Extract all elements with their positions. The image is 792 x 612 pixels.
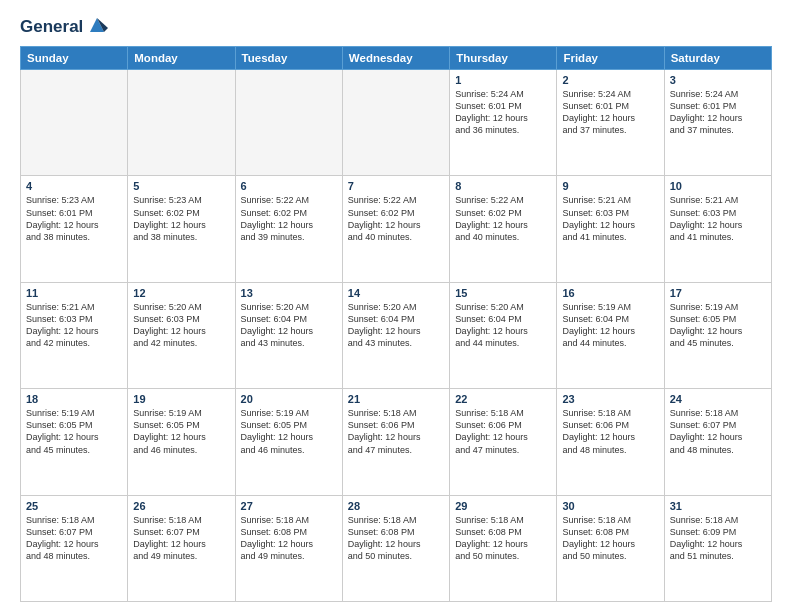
cell-info: Sunrise: 5:18 AM Sunset: 6:06 PM Dayligh… <box>455 407 551 456</box>
cell-info: Sunrise: 5:19 AM Sunset: 6:05 PM Dayligh… <box>241 407 337 456</box>
cell-info: Sunrise: 5:18 AM Sunset: 6:08 PM Dayligh… <box>348 514 444 563</box>
cell-info: Sunrise: 5:24 AM Sunset: 6:01 PM Dayligh… <box>455 88 551 137</box>
calendar-week-2: 4Sunrise: 5:23 AM Sunset: 6:01 PM Daylig… <box>21 176 772 282</box>
calendar-cell: 10Sunrise: 5:21 AM Sunset: 6:03 PM Dayli… <box>664 176 771 282</box>
day-number: 2 <box>562 74 658 86</box>
header: General <box>20 16 772 36</box>
weekday-header-sunday: Sunday <box>21 47 128 70</box>
weekday-header-saturday: Saturday <box>664 47 771 70</box>
day-number: 21 <box>348 393 444 405</box>
cell-info: Sunrise: 5:21 AM Sunset: 6:03 PM Dayligh… <box>562 194 658 243</box>
cell-info: Sunrise: 5:18 AM Sunset: 6:06 PM Dayligh… <box>348 407 444 456</box>
day-number: 13 <box>241 287 337 299</box>
calendar-cell: 20Sunrise: 5:19 AM Sunset: 6:05 PM Dayli… <box>235 389 342 495</box>
weekday-header-monday: Monday <box>128 47 235 70</box>
calendar-cell: 15Sunrise: 5:20 AM Sunset: 6:04 PM Dayli… <box>450 282 557 388</box>
cell-info: Sunrise: 5:18 AM Sunset: 6:07 PM Dayligh… <box>26 514 122 563</box>
calendar-cell: 17Sunrise: 5:19 AM Sunset: 6:05 PM Dayli… <box>664 282 771 388</box>
cell-info: Sunrise: 5:18 AM Sunset: 6:07 PM Dayligh… <box>133 514 229 563</box>
day-number: 27 <box>241 500 337 512</box>
cell-info: Sunrise: 5:18 AM Sunset: 6:09 PM Dayligh… <box>670 514 766 563</box>
calendar-cell: 27Sunrise: 5:18 AM Sunset: 6:08 PM Dayli… <box>235 495 342 601</box>
calendar-cell: 24Sunrise: 5:18 AM Sunset: 6:07 PM Dayli… <box>664 389 771 495</box>
calendar-cell: 30Sunrise: 5:18 AM Sunset: 6:08 PM Dayli… <box>557 495 664 601</box>
cell-info: Sunrise: 5:22 AM Sunset: 6:02 PM Dayligh… <box>241 194 337 243</box>
calendar-cell: 3Sunrise: 5:24 AM Sunset: 6:01 PM Daylig… <box>664 70 771 176</box>
day-number: 8 <box>455 180 551 192</box>
calendar-cell: 28Sunrise: 5:18 AM Sunset: 6:08 PM Dayli… <box>342 495 449 601</box>
weekday-header-wednesday: Wednesday <box>342 47 449 70</box>
cell-info: Sunrise: 5:18 AM Sunset: 6:07 PM Dayligh… <box>670 407 766 456</box>
day-number: 6 <box>241 180 337 192</box>
calendar-cell: 4Sunrise: 5:23 AM Sunset: 6:01 PM Daylig… <box>21 176 128 282</box>
cell-info: Sunrise: 5:19 AM Sunset: 6:05 PM Dayligh… <box>670 301 766 350</box>
calendar-cell <box>128 70 235 176</box>
calendar-cell: 19Sunrise: 5:19 AM Sunset: 6:05 PM Dayli… <box>128 389 235 495</box>
day-number: 10 <box>670 180 766 192</box>
cell-info: Sunrise: 5:18 AM Sunset: 6:08 PM Dayligh… <box>455 514 551 563</box>
day-number: 1 <box>455 74 551 86</box>
calendar-cell: 18Sunrise: 5:19 AM Sunset: 6:05 PM Dayli… <box>21 389 128 495</box>
cell-info: Sunrise: 5:18 AM Sunset: 6:08 PM Dayligh… <box>562 514 658 563</box>
calendar-week-3: 11Sunrise: 5:21 AM Sunset: 6:03 PM Dayli… <box>21 282 772 388</box>
calendar-week-5: 25Sunrise: 5:18 AM Sunset: 6:07 PM Dayli… <box>21 495 772 601</box>
weekday-header-friday: Friday <box>557 47 664 70</box>
calendar-cell: 23Sunrise: 5:18 AM Sunset: 6:06 PM Dayli… <box>557 389 664 495</box>
day-number: 18 <box>26 393 122 405</box>
page: General SundayMondayTuesdayWednesdayThur… <box>0 0 792 612</box>
day-number: 5 <box>133 180 229 192</box>
day-number: 20 <box>241 393 337 405</box>
cell-info: Sunrise: 5:24 AM Sunset: 6:01 PM Dayligh… <box>562 88 658 137</box>
calendar-cell: 8Sunrise: 5:22 AM Sunset: 6:02 PM Daylig… <box>450 176 557 282</box>
weekday-header-row: SundayMondayTuesdayWednesdayThursdayFrid… <box>21 47 772 70</box>
calendar-cell: 7Sunrise: 5:22 AM Sunset: 6:02 PM Daylig… <box>342 176 449 282</box>
day-number: 12 <box>133 287 229 299</box>
cell-info: Sunrise: 5:21 AM Sunset: 6:03 PM Dayligh… <box>26 301 122 350</box>
calendar-cell: 16Sunrise: 5:19 AM Sunset: 6:04 PM Dayli… <box>557 282 664 388</box>
cell-info: Sunrise: 5:23 AM Sunset: 6:01 PM Dayligh… <box>26 194 122 243</box>
cell-info: Sunrise: 5:20 AM Sunset: 6:03 PM Dayligh… <box>133 301 229 350</box>
day-number: 29 <box>455 500 551 512</box>
day-number: 7 <box>348 180 444 192</box>
cell-info: Sunrise: 5:20 AM Sunset: 6:04 PM Dayligh… <box>241 301 337 350</box>
calendar-cell: 29Sunrise: 5:18 AM Sunset: 6:08 PM Dayli… <box>450 495 557 601</box>
day-number: 16 <box>562 287 658 299</box>
day-number: 30 <box>562 500 658 512</box>
cell-info: Sunrise: 5:24 AM Sunset: 6:01 PM Dayligh… <box>670 88 766 137</box>
cell-info: Sunrise: 5:21 AM Sunset: 6:03 PM Dayligh… <box>670 194 766 243</box>
day-number: 19 <box>133 393 229 405</box>
calendar-cell: 11Sunrise: 5:21 AM Sunset: 6:03 PM Dayli… <box>21 282 128 388</box>
calendar-cell: 31Sunrise: 5:18 AM Sunset: 6:09 PM Dayli… <box>664 495 771 601</box>
day-number: 23 <box>562 393 658 405</box>
cell-info: Sunrise: 5:20 AM Sunset: 6:04 PM Dayligh… <box>455 301 551 350</box>
day-number: 14 <box>348 287 444 299</box>
calendar-cell: 12Sunrise: 5:20 AM Sunset: 6:03 PM Dayli… <box>128 282 235 388</box>
calendar-cell: 2Sunrise: 5:24 AM Sunset: 6:01 PM Daylig… <box>557 70 664 176</box>
cell-info: Sunrise: 5:22 AM Sunset: 6:02 PM Dayligh… <box>348 194 444 243</box>
calendar-cell: 14Sunrise: 5:20 AM Sunset: 6:04 PM Dayli… <box>342 282 449 388</box>
day-number: 17 <box>670 287 766 299</box>
calendar-cell: 22Sunrise: 5:18 AM Sunset: 6:06 PM Dayli… <box>450 389 557 495</box>
cell-info: Sunrise: 5:22 AM Sunset: 6:02 PM Dayligh… <box>455 194 551 243</box>
calendar-cell: 1Sunrise: 5:24 AM Sunset: 6:01 PM Daylig… <box>450 70 557 176</box>
logo: General <box>20 16 108 36</box>
day-number: 11 <box>26 287 122 299</box>
calendar-cell <box>235 70 342 176</box>
weekday-header-thursday: Thursday <box>450 47 557 70</box>
calendar-cell: 26Sunrise: 5:18 AM Sunset: 6:07 PM Dayli… <box>128 495 235 601</box>
calendar-cell: 6Sunrise: 5:22 AM Sunset: 6:02 PM Daylig… <box>235 176 342 282</box>
calendar-cell: 25Sunrise: 5:18 AM Sunset: 6:07 PM Dayli… <box>21 495 128 601</box>
calendar-table: SundayMondayTuesdayWednesdayThursdayFrid… <box>20 46 772 602</box>
calendar-cell <box>21 70 128 176</box>
cell-info: Sunrise: 5:18 AM Sunset: 6:06 PM Dayligh… <box>562 407 658 456</box>
cell-info: Sunrise: 5:19 AM Sunset: 6:04 PM Dayligh… <box>562 301 658 350</box>
day-number: 3 <box>670 74 766 86</box>
day-number: 25 <box>26 500 122 512</box>
logo-text-general: General <box>20 18 83 35</box>
cell-info: Sunrise: 5:18 AM Sunset: 6:08 PM Dayligh… <box>241 514 337 563</box>
calendar-cell: 5Sunrise: 5:23 AM Sunset: 6:02 PM Daylig… <box>128 176 235 282</box>
day-number: 15 <box>455 287 551 299</box>
calendar-cell: 9Sunrise: 5:21 AM Sunset: 6:03 PM Daylig… <box>557 176 664 282</box>
day-number: 9 <box>562 180 658 192</box>
day-number: 22 <box>455 393 551 405</box>
